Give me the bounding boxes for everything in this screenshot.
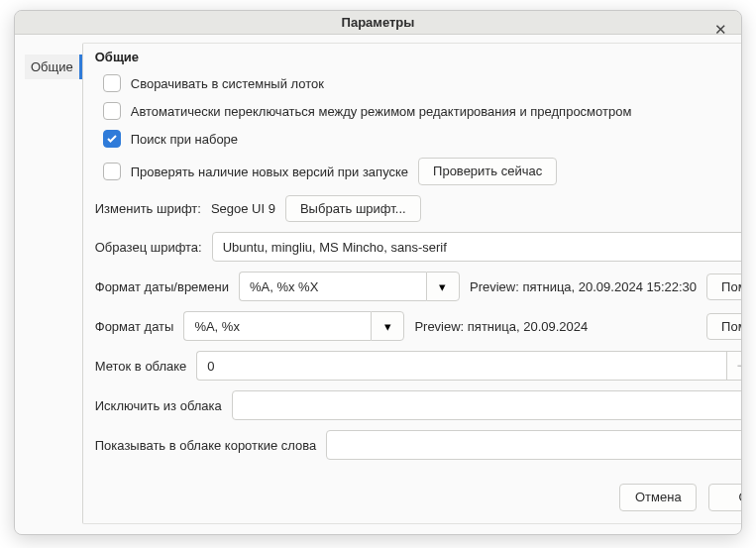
checkbox-updates-label: Проверять наличие новых версий при запус… bbox=[131, 164, 408, 179]
date-help-button[interactable]: Помощь bbox=[706, 313, 742, 341]
change-font-label: Изменить шрифт: bbox=[95, 201, 201, 216]
preferences-window: Параметры ✕ Общие Общие Сворачивать в си… bbox=[14, 10, 742, 535]
check-now-button[interactable]: Проверить сейчас bbox=[418, 158, 557, 185]
checkbox-search-typing[interactable] bbox=[103, 130, 121, 148]
ok-button[interactable]: ОК bbox=[708, 484, 742, 511]
checkbox-group: Сворачивать в системный лоток Автоматиче… bbox=[95, 74, 742, 185]
sidebar-tab-general[interactable]: Общие bbox=[25, 55, 82, 79]
minus-icon: − bbox=[737, 356, 742, 377]
datetime-format-input[interactable] bbox=[239, 272, 426, 301]
choose-font-button[interactable]: Выбрать шрифт... bbox=[285, 195, 421, 223]
checkbox-row-tray: Сворачивать в системный лоток bbox=[103, 74, 742, 92]
row-short-words: Показывать в облаке короткие слова bbox=[95, 430, 742, 460]
date-format-caret[interactable]: ▾ bbox=[371, 311, 404, 341]
row-exclude-cloud: Исключить из облака bbox=[95, 390, 742, 420]
row-date-format: Формат даты ▾ Preview: пятница, 20.09.20… bbox=[95, 311, 742, 341]
exclude-cloud-label: Исключить из облака bbox=[95, 398, 222, 413]
checkbox-autoswitch[interactable] bbox=[103, 102, 121, 120]
chevron-down-icon: ▾ bbox=[384, 319, 391, 334]
row-datetime-format: Формат даты/времени ▾ Preview: пятница, … bbox=[95, 272, 742, 301]
checkbox-tray[interactable] bbox=[103, 74, 121, 92]
chevron-down-icon: ▾ bbox=[439, 279, 446, 294]
section-title: Общие bbox=[95, 50, 742, 64]
datetime-format-combo[interactable]: ▾ bbox=[239, 272, 460, 301]
checkbox-row-search-typing: Поиск при наборе bbox=[103, 130, 742, 148]
cloud-tags-stepper: − + bbox=[726, 351, 742, 381]
short-words-label: Показывать в облаке короткие слова bbox=[95, 438, 317, 453]
date-format-label: Формат даты bbox=[95, 319, 174, 334]
cloud-tags-label: Меток в облаке bbox=[95, 359, 187, 374]
dialog-body: Общие Общие Сворачивать в системный лото… bbox=[15, 35, 741, 534]
titlebar: Параметры ✕ bbox=[15, 11, 741, 35]
main-panel: Общие Сворачивать в системный лоток Авто… bbox=[82, 43, 742, 524]
close-button[interactable]: ✕ bbox=[709, 19, 731, 41]
checkbox-updates[interactable] bbox=[103, 163, 121, 180]
current-font-value: Segoe UI 9 bbox=[211, 201, 275, 216]
datetime-help-button[interactable]: Помощь bbox=[706, 274, 742, 301]
stepper-minus-button[interactable]: − bbox=[726, 351, 742, 381]
dialog-footer: Отмена ОК bbox=[95, 480, 742, 511]
checkbox-autoswitch-label: Автоматически переключаться между режимо… bbox=[131, 104, 632, 119]
exclude-cloud-input[interactable] bbox=[232, 390, 742, 420]
checkbox-row-updates: Проверять наличие новых версий при запус… bbox=[103, 158, 742, 185]
row-cloud-tags: Меток в облаке − + bbox=[95, 351, 742, 381]
cancel-button[interactable]: Отмена bbox=[619, 484, 697, 511]
checkbox-tray-label: Сворачивать в системный лоток bbox=[131, 76, 324, 91]
date-format-combo[interactable]: ▾ bbox=[183, 311, 404, 341]
window-title: Параметры bbox=[342, 15, 415, 30]
checkbox-search-typing-label: Поиск при наборе bbox=[131, 132, 238, 147]
row-change-font: Изменить шрифт: Segoe UI 9 Выбрать шрифт… bbox=[95, 195, 742, 223]
date-preview: Preview: пятница, 20.09.2024 bbox=[414, 319, 588, 334]
close-icon: ✕ bbox=[714, 21, 727, 39]
date-format-input[interactable] bbox=[183, 311, 371, 341]
cloud-tags-spinbox: − + bbox=[196, 351, 742, 381]
row-font-sample: Образец шрифта: bbox=[95, 232, 742, 262]
font-sample-input[interactable] bbox=[212, 232, 742, 262]
sidebar: Общие bbox=[25, 43, 82, 524]
datetime-format-caret[interactable]: ▾ bbox=[426, 272, 460, 301]
datetime-preview: Preview: пятница, 20.09.2024 15:22:30 bbox=[470, 279, 697, 294]
font-sample-label: Образец шрифта: bbox=[95, 240, 202, 255]
cloud-tags-input[interactable] bbox=[196, 351, 726, 381]
short-words-input[interactable] bbox=[326, 430, 742, 460]
datetime-format-label: Формат даты/времени bbox=[95, 279, 229, 294]
checkbox-row-autoswitch: Автоматически переключаться между режимо… bbox=[103, 102, 742, 120]
